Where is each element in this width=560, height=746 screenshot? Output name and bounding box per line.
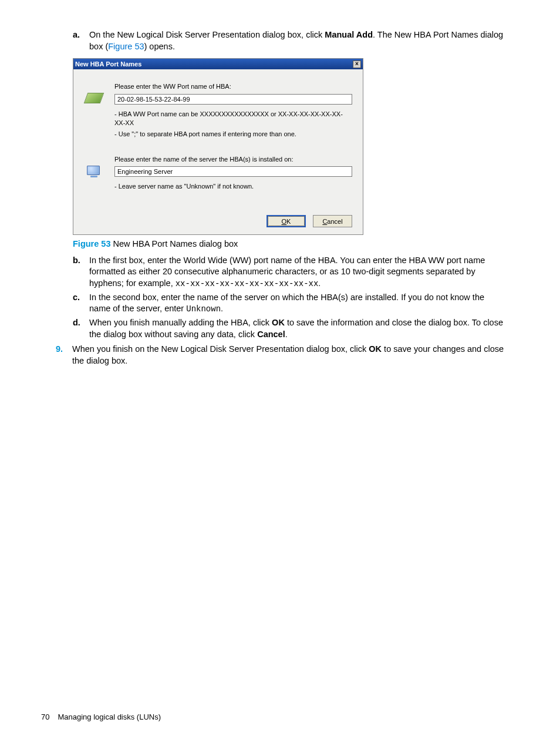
- close-icon[interactable]: ×: [353, 61, 361, 68]
- step-c-marker: c.: [73, 292, 83, 315]
- step-d-bold2: Cancel: [257, 330, 285, 339]
- step-a-bold: Manual Add: [325, 30, 373, 39]
- step-b-mono: xx-xx-xx-xx-xx-xx-xx-xx-xx-xx: [176, 279, 319, 288]
- step-d-bold1: OK: [272, 318, 285, 327]
- step-b: b. In the first box, enter the World Wid…: [73, 255, 504, 290]
- step-9-text1: When you finish on the New Logical Disk …: [72, 344, 369, 354]
- step-d: d. When you finish manually adding the H…: [73, 317, 504, 340]
- server-name-hint: - Leave server name as "Unknown" if not …: [114, 182, 352, 191]
- step-a-text3: ) opens.: [144, 42, 175, 51]
- server-name-input[interactable]: [114, 166, 352, 177]
- step-d-marker: d.: [73, 317, 83, 340]
- step-c-mono: Unknown: [186, 304, 221, 314]
- step-c-text2: .: [221, 304, 223, 313]
- page-number: 70: [41, 712, 49, 723]
- chapter-title: Managing logical disks (LUNs): [58, 712, 161, 723]
- step-b-marker: b.: [73, 255, 83, 290]
- server-name-label: Please enter the name of the server the …: [114, 155, 352, 164]
- figure-caption: Figure 53 New HBA Port Names dialog box: [73, 238, 504, 250]
- step-a-text1: On the New Logical Disk Server Presentat…: [89, 30, 325, 39]
- cancel-button[interactable]: Cancel: [313, 215, 352, 227]
- step-d-text1: When you finish manually adding the HBA,…: [89, 318, 272, 327]
- step-a-content: On the New Logical Disk Server Presentat…: [89, 29, 504, 52]
- ww-port-input[interactable]: [114, 94, 352, 105]
- monitor-icon: [84, 155, 104, 194]
- hba-card-icon: [84, 82, 104, 140]
- ww-port-hint1: - HBA WW Port name can be XXXXXXXXXXXXXX…: [114, 110, 352, 127]
- new-hba-port-names-dialog: New HBA Port Names × Please enter the WW…: [73, 58, 363, 235]
- step-c: c. In the second box, enter the name of …: [73, 292, 504, 315]
- ww-port-label: Please enter the WW Port name of HBA:: [114, 82, 352, 91]
- dialog-title-bar: New HBA Port Names ×: [73, 59, 363, 69]
- step-d-text3: .: [285, 330, 288, 339]
- ww-port-hint2: - Use ";" to separate HBA port names if …: [114, 130, 352, 139]
- figure-label: Figure 53: [73, 239, 110, 248]
- dialog-button-row: OK Cancel: [73, 212, 363, 234]
- step-a-marker: a.: [73, 29, 83, 52]
- step-9-marker: 9.: [56, 344, 66, 367]
- figure-text: New HBA Port Names dialog box: [110, 239, 238, 248]
- ok-button[interactable]: OK: [266, 215, 306, 227]
- figure-53-link[interactable]: Figure 53: [108, 42, 144, 51]
- step-b-text2: .: [318, 278, 321, 288]
- server-name-row: Please enter the name of the server the …: [84, 155, 352, 194]
- dialog-title: New HBA Port Names: [75, 60, 141, 69]
- step-c-text1: In the second box, enter the name of the…: [89, 293, 484, 314]
- step-9-bold: OK: [369, 344, 382, 354]
- dialog-body: Please enter the WW Port name of HBA: - …: [73, 69, 363, 212]
- step-a: a. On the New Logical Disk Server Presen…: [73, 29, 504, 52]
- ww-port-row: Please enter the WW Port name of HBA: - …: [84, 82, 352, 140]
- step-9: 9. When you finish on the New Logical Di…: [56, 344, 504, 367]
- page-footer: 70 Managing logical disks (LUNs): [41, 712, 161, 723]
